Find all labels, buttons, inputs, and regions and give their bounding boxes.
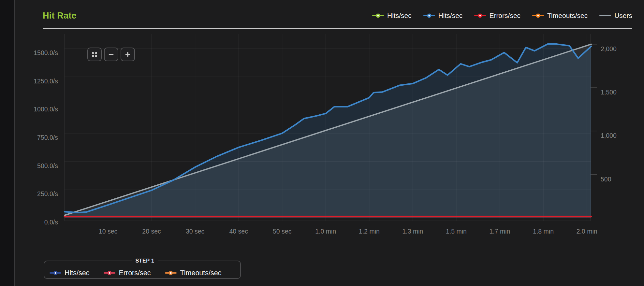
plus-icon (124, 51, 131, 58)
chart-legend: Hits/sec Hits/sec Errors/sec Timeouts/se… (372, 12, 632, 20)
x-tick-label: 1.0 min (315, 228, 336, 235)
timeouts-marker-icon (165, 272, 177, 274)
y-right-tick-label: 2,000 (601, 45, 617, 52)
step-panel-title: STEP 1 (132, 258, 158, 264)
x-tick-label: 40 sec (229, 228, 248, 235)
x-tick-label: 1.3 min (402, 228, 423, 235)
y-right-tick-label: 1,500 (601, 89, 617, 96)
users-marker-icon (599, 15, 611, 16)
zoom-controls (87, 48, 135, 61)
hits-blue-marker-icon (423, 15, 435, 16)
step-1-panel: STEP 1 Hits/sec Errors/sec Timeouts/sec (44, 258, 241, 279)
x-tick-label: 30 sec (186, 228, 205, 235)
x-tick-label: 1.2 min (359, 228, 380, 235)
y-left-tick-label: 750.0/s (37, 134, 58, 141)
x-tick-label: 50 sec (273, 228, 292, 235)
legend-label: Errors/sec (489, 12, 520, 20)
hits-marker-icon (50, 272, 61, 274)
legend-label: Timeouts/sec (547, 12, 588, 20)
timeouts-marker-icon (532, 15, 544, 16)
legend-item-timeouts[interactable]: Timeouts/sec (532, 12, 588, 20)
left-rail (0, 0, 15, 286)
legend-label: Errors/sec (119, 269, 151, 277)
x-tick-label: 1.5 min (446, 228, 467, 235)
zoom-out-button[interactable] (104, 48, 118, 61)
y-left-tick-label: 1000.0/s (34, 106, 58, 113)
y-left-tick-label: 1500.0/s (34, 49, 58, 56)
y-right-tick-label: 500 (601, 176, 611, 183)
legend-label: Hits/sec (65, 269, 89, 277)
x-tick-label: 10 sec (99, 228, 118, 235)
step-legend-item-timeouts[interactable]: Timeouts/sec (165, 269, 221, 277)
x-tick-label: 1.8 min (533, 228, 554, 235)
legend-item-errors[interactable]: Errors/sec (474, 12, 520, 20)
legend-item-users[interactable]: Users (599, 12, 632, 20)
y-left-tick-label: 1250.0/s (34, 78, 58, 85)
legend-label: Users (614, 12, 632, 20)
legend-label: Hits/sec (438, 12, 463, 20)
errors-marker-icon (104, 272, 115, 274)
legend-item-hits-green[interactable]: Hits/sec (372, 12, 412, 20)
x-tick-label: 20 sec (142, 228, 161, 235)
x-tick-label: 1.7 min (490, 228, 510, 235)
step-legend-item-hits[interactable]: Hits/sec (50, 269, 89, 277)
legend-label: Timeouts/sec (180, 269, 221, 277)
y-left-tick-label: 250.0/s (37, 190, 58, 197)
reset-zoom-button[interactable] (87, 48, 102, 61)
expand-arrows-icon (91, 51, 98, 58)
hit-rate-panel: 1500.0/s1250.0/s1000.0/s750.0/s500.0/s25… (15, 0, 644, 286)
zoom-in-button[interactable] (121, 48, 135, 61)
hits-green-marker-icon (372, 15, 384, 16)
minus-icon (108, 51, 114, 58)
x-tick-label: 2.0 min (577, 228, 597, 235)
chart-header: Hit Rate Hits/sec Hits/sec Errors/sec Ti… (43, 7, 632, 24)
page-title: Hit Rate (43, 11, 77, 21)
y-left-tick-label: 500.0/s (37, 162, 58, 169)
step-legend: Hits/sec Errors/sec Timeouts/sec (50, 266, 240, 280)
errors-marker-icon (474, 15, 486, 16)
legend-item-hits-blue[interactable]: Hits/sec (423, 12, 463, 20)
step-legend-item-errors[interactable]: Errors/sec (104, 269, 151, 277)
header-divider (43, 28, 632, 29)
y-right-tick-label: 1,000 (601, 132, 617, 139)
page-root: 1500.0/s1250.0/s1000.0/s750.0/s500.0/s25… (0, 0, 644, 286)
legend-label: Hits/sec (387, 12, 412, 20)
hit-rate-chart: 1500.0/s1250.0/s1000.0/s750.0/s500.0/s25… (15, 0, 644, 286)
y-left-tick-label: 0.0/s (44, 219, 58, 226)
